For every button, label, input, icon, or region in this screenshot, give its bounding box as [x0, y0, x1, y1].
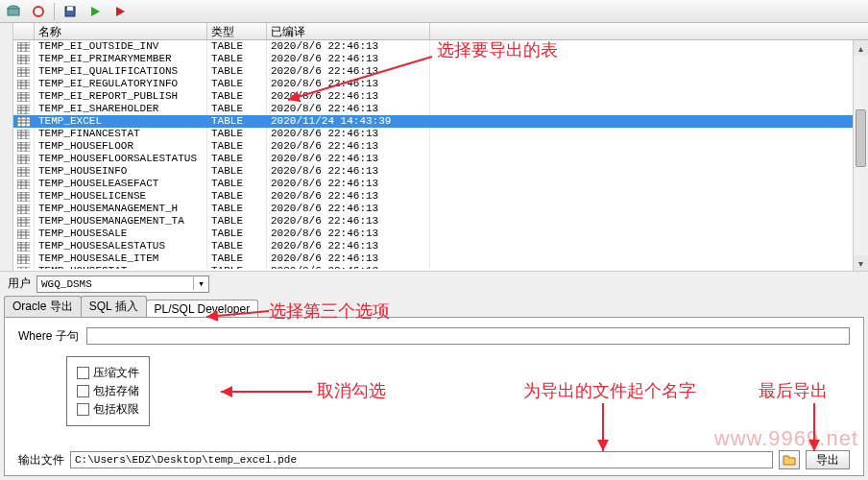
checkbox[interactable]: [77, 403, 89, 416]
table-row[interactable]: TEMP_HOUSESALETABLE2020/8/6 22:46:13: [13, 228, 868, 240]
column-type[interactable]: 类型: [207, 23, 267, 39]
column-name[interactable]: 名称: [35, 23, 207, 39]
svg-rect-82: [17, 229, 30, 239]
output-file-input[interactable]: [70, 451, 773, 468]
stop-icon[interactable]: [110, 2, 130, 21]
user-combobox[interactable]: WGQ_DSMS ▾: [36, 276, 209, 293]
table-row[interactable]: TEMP_HOUSEMANAGEMENT_TATABLE2020/8/6 22:…: [13, 215, 868, 228]
row-name: TEMP_EI_SHAREHOLDER: [35, 103, 207, 115]
table-row[interactable]: TEMP_EI_REGULATORYINFOTABLE2020/8/6 22:4…: [13, 78, 868, 90]
table-icon: [13, 115, 35, 128]
svg-rect-57: [17, 167, 30, 177]
user-label: 用户: [8, 276, 31, 292]
export-button[interactable]: 导出: [806, 450, 850, 469]
where-input[interactable]: [86, 327, 850, 345]
svg-point-2: [34, 7, 43, 16]
row-name: TEMP_HOUSELEASEFACT: [35, 178, 207, 190]
table-row[interactable]: TEMP_EI_QUALIFICATIONSTABLE2020/8/6 22:4…: [13, 65, 868, 78]
option-row: 包括存储: [77, 383, 139, 399]
table-icon: [13, 53, 35, 65]
row-date: 2020/8/6 22:46:13: [267, 65, 430, 78]
table-icon: [13, 90, 35, 103]
table-row[interactable]: TEMP_HOUSESTATTABLE2020/8/6 22:46:13: [13, 265, 868, 269]
table-row[interactable]: TEMP_HOUSELICENSETABLE2020/8/6 22:46:13: [13, 190, 868, 203]
folder-icon: [783, 454, 796, 466]
scroll-down-icon[interactable]: [854, 255, 868, 271]
row-name: TEMP_HOUSESALESTATUS: [35, 240, 207, 252]
checkbox[interactable]: [77, 385, 89, 397]
table-icon: [13, 103, 35, 115]
table-row[interactable]: TEMP_HOUSEMANAGEMENT_HTABLE2020/8/6 22:4…: [13, 203, 868, 215]
db-icon[interactable]: [4, 2, 23, 21]
run-icon[interactable]: [85, 2, 105, 21]
row-type: TABLE: [207, 65, 267, 78]
vertical-scrollbar[interactable]: [853, 40, 868, 271]
table-row[interactable]: TEMP_FINANCESTATTABLE2020/8/6 22:46:13: [13, 128, 868, 140]
row-type: TABLE: [207, 115, 267, 128]
tab-2[interactable]: PL/SQL Developer: [146, 300, 259, 318]
table-icon: [13, 165, 35, 178]
table-icon: [13, 215, 35, 228]
row-date: 2020/8/6 22:46:13: [267, 140, 430, 153]
row-name: TEMP_HOUSEFLOORSALESTATUS: [35, 153, 207, 165]
table-icon: [13, 265, 35, 269]
grid-body[interactable]: TEMP_EI_OUTSIDE_INVTABLE2020/8/6 22:46:1…: [13, 40, 868, 269]
browse-button[interactable]: [779, 450, 800, 469]
row-type: TABLE: [207, 128, 267, 140]
row-name: TEMP_HOUSEINFO: [35, 165, 207, 178]
row-date: 2020/8/6 22:46:13: [267, 190, 430, 203]
row-type: TABLE: [207, 140, 267, 153]
tab-0[interactable]: Oracle 导出: [4, 296, 82, 317]
row-type: TABLE: [207, 178, 267, 190]
row-date: 2020/11/24 14:43:39: [267, 115, 430, 128]
scroll-up-icon[interactable]: [854, 40, 868, 56]
row-type: TABLE: [207, 153, 267, 165]
column-icon[interactable]: [13, 23, 35, 39]
table-row[interactable]: TEMP_HOUSELEASEFACTTABLE2020/8/6 22:46:1…: [13, 178, 868, 190]
table-icon: [13, 65, 35, 78]
option-label: 压缩文件: [93, 365, 139, 381]
row-date: 2020/8/6 22:46:13: [267, 40, 430, 53]
table-icon: [13, 252, 35, 265]
scroll-thumb[interactable]: [856, 109, 866, 167]
table-row[interactable]: TEMP_EI_PRIMARYMEMBERTABLE2020/8/6 22:46…: [13, 53, 868, 65]
row-date: 2020/8/6 22:46:13: [267, 228, 430, 240]
row-date: 2020/8/6 22:46:13: [267, 165, 430, 178]
chevron-down-icon[interactable]: ▾: [193, 277, 208, 290]
row-name: TEMP_HOUSEMANAGEMENT_H: [35, 203, 207, 215]
table-row[interactable]: TEMP_HOUSESALESTATUSTABLE2020/8/6 22:46:…: [13, 240, 868, 252]
svg-rect-7: [17, 42, 30, 52]
svg-rect-27: [17, 92, 30, 102]
table-row[interactable]: TEMP_HOUSESALE_ITEMTABLE2020/8/6 22:46:1…: [13, 252, 868, 265]
connect-icon[interactable]: [29, 2, 48, 21]
separator: [54, 3, 55, 20]
table-icon: [13, 140, 35, 153]
row-type: TABLE: [207, 40, 267, 53]
row-type: TABLE: [207, 203, 267, 215]
table-row[interactable]: TEMP_EXCELTABLE2020/11/24 14:43:39: [13, 115, 868, 128]
svg-rect-22: [17, 80, 30, 89]
tab-1[interactable]: SQL 插入: [81, 296, 147, 317]
column-compiled[interactable]: 已编译: [267, 23, 430, 39]
svg-rect-92: [17, 254, 30, 264]
table-row[interactable]: TEMP_EI_SHAREHOLDERTABLE2020/8/6 22:46:1…: [13, 103, 868, 115]
svg-rect-17: [17, 67, 30, 77]
row-date: 2020/8/6 22:46:13: [267, 215, 430, 228]
svg-marker-5: [91, 7, 100, 16]
table-row[interactable]: TEMP_HOUSEINFOTABLE2020/8/6 22:46:13: [13, 165, 868, 178]
row-type: TABLE: [207, 165, 267, 178]
row-type: TABLE: [207, 240, 267, 252]
svg-rect-72: [17, 204, 30, 214]
table-row[interactable]: TEMP_EI_OUTSIDE_INVTABLE2020/8/6 22:46:1…: [13, 40, 868, 53]
checkbox[interactable]: [77, 367, 89, 379]
output-row: 输出文件 导出: [18, 450, 850, 469]
row-date: 2020/8/6 22:46:13: [267, 203, 430, 215]
svg-rect-32: [17, 105, 30, 114]
svg-rect-62: [17, 180, 30, 189]
table-row[interactable]: TEMP_HOUSEFLOORSALESTATUSTABLE2020/8/6 2…: [13, 153, 868, 165]
row-name: TEMP_HOUSESTAT: [35, 265, 207, 269]
table-row[interactable]: TEMP_HOUSEFLOORTABLE2020/8/6 22:46:13: [13, 140, 868, 153]
table-row[interactable]: TEMP_EI_REPORT_PUBLISHTABLE2020/8/6 22:4…: [13, 90, 868, 103]
save-icon[interactable]: [60, 2, 80, 21]
option-row: 包括权限: [77, 401, 139, 418]
